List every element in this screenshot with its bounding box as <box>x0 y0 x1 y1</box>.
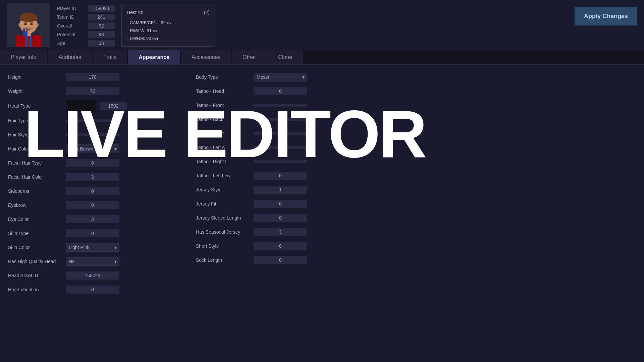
right-field-value-9: 0 <box>254 200 307 208</box>
left-field-row-15: Head Variation0 <box>8 284 182 295</box>
apply-changes-button[interactable]: Apply Changes <box>575 7 637 25</box>
svg-rect-3 <box>25 35 28 47</box>
right-field-label-1: Tattoo - Head <box>196 88 250 94</box>
left-field-label-7: Facial Hair Color <box>8 174 62 180</box>
svg-point-11 <box>36 23 39 27</box>
team-id-row: Team ID 241 <box>57 14 115 20</box>
right-field-value-8: 1 <box>254 186 307 194</box>
left-field-value-3 <box>66 119 119 122</box>
right-field-label-5: Tattoo - Left A <box>196 145 250 150</box>
right-field-label-12: Short Style <box>196 243 250 249</box>
potential-value: 93 <box>88 31 115 38</box>
right-field-row-0: Body TypeMessiLeanNormalStockyTall & Lea… <box>196 72 636 82</box>
left-field-label-3: Hair Type <box>8 118 62 123</box>
age-value: 33 <box>88 40 115 47</box>
right-field-label-7: Tattoo - Left Leg <box>196 173 250 178</box>
svg-rect-4 <box>29 35 32 47</box>
right-field-row-12: Short Style0 <box>196 241 636 251</box>
left-field-value-9: 0 <box>66 201 119 209</box>
left-field-row-3: Hair Type <box>8 115 182 126</box>
left-column: Height170Weight72Head Type1502Hair TypeH… <box>8 72 182 295</box>
right-field-label-6: Tattoo - Right L <box>196 159 250 164</box>
best-at-header: Best At: (?) <box>127 8 210 17</box>
left-select-wrapper-5: Dark BrownBlackBlondeBrownRed <box>66 144 119 153</box>
right-field-row-1: Tattoo - Head0 <box>196 86 636 97</box>
right-field-label-8: Jersey Style <box>196 187 250 192</box>
potential-label: Potential <box>57 32 84 37</box>
left-field-label-14: Head Asset ID <box>8 273 62 278</box>
tab-clone[interactable]: Clone <box>267 50 303 64</box>
left-field-label-1: Weight <box>8 88 62 94</box>
right-field-value-4 <box>254 132 307 135</box>
svg-rect-13 <box>23 29 25 31</box>
right-field-row-11: Has Seasonal Jersey3 <box>196 227 636 237</box>
right-field-value-10: 0 <box>254 214 307 222</box>
left-field-row-5: Hair ColorDark BrownBlackBlondeBrownRed <box>8 143 182 154</box>
age-label: Age <box>57 41 84 46</box>
page-wrapper: Player ID 158023 Team ID 241 Overall 92 … <box>0 0 644 302</box>
left-field-label-6: Facial Hair Type <box>8 160 62 166</box>
main-content: Height170Weight72Head Type1502Hair TypeH… <box>0 65 644 302</box>
left-select-13[interactable]: NoYes <box>66 257 119 266</box>
right-field-row-2: Tattoo - Front <box>196 100 636 111</box>
left-field-row-14: Head Asset ID158023 <box>8 270 182 281</box>
left-field-value-10: 3 <box>66 215 119 223</box>
left-field-row-7: Facial Hair Color3 <box>8 172 182 182</box>
svg-rect-14 <box>25 29 26 31</box>
right-field-row-10: Jersey Sleeve Length0 <box>196 213 636 223</box>
head-type-value: 1502 <box>100 102 127 110</box>
best-at-title: Best At: <box>127 8 143 17</box>
left-field-label-2: Head Type <box>8 103 62 109</box>
left-field-row-0: Height170 <box>8 72 182 82</box>
tab-attributes[interactable]: Attributes <box>48 50 92 64</box>
svg-point-8 <box>24 23 27 25</box>
left-field-row-9: Eyebrow0 <box>8 200 182 210</box>
overall-value: 92 <box>88 22 115 29</box>
tab-bar: Player InfoAttributesTraitsAppearanceAcc… <box>0 50 644 65</box>
left-select-wrapper-13: NoYes <box>66 257 119 266</box>
right-field-row-3: Tattoo - Back <box>196 114 636 125</box>
tab-appearance[interactable]: Appearance <box>128 50 180 64</box>
tab-accessories[interactable]: Accessories <box>181 50 231 64</box>
question-mark-icon[interactable]: (?) <box>204 8 210 17</box>
left-select-12[interactable]: Light PinkLightMediumDarkVery Dark <box>66 243 119 252</box>
player-id-row: Player ID 158023 <box>57 5 115 12</box>
right-field-label-4: Tattoo - Right <box>196 131 250 136</box>
tab-other[interactable]: Other <box>232 50 267 64</box>
head-type-preview <box>66 100 96 112</box>
svg-rect-2 <box>16 35 41 47</box>
right-field-value-7: 0 <box>254 172 307 180</box>
right-field-value-6 <box>254 160 307 163</box>
right-field-label-9: Jersey Fit <box>196 201 250 206</box>
left-field-value-4 <box>66 133 119 136</box>
svg-point-10 <box>18 23 21 27</box>
right-field-value-5 <box>254 146 307 149</box>
left-field-label-8: Sideburns <box>8 188 62 194</box>
player-id-label: Player ID <box>57 6 84 11</box>
right-field-row-8: Jersey Style1 <box>196 184 636 195</box>
left-field-value-15: 0 <box>66 286 119 294</box>
left-field-row-11: Skin Type0 <box>8 228 182 239</box>
left-field-row-13: Has High Quality HeadNoYes <box>8 256 182 267</box>
right-select-0[interactable]: MessiLeanNormalStockyTall & LeanTall & S… <box>254 73 307 81</box>
age-row: Age 33 <box>57 40 115 47</box>
left-field-label-5: Hair Color <box>8 146 62 152</box>
left-field-row-6: Facial Hair Type8 <box>8 158 182 168</box>
tab-player-info[interactable]: Player Info <box>0 50 47 64</box>
best-at-tooltip: Best At: (?) - CAM/RF/CF/...: 92 ovr - R… <box>121 4 215 47</box>
team-id-value: 241 <box>88 14 115 20</box>
left-field-row-1: Weight72 <box>8 86 182 97</box>
player-avatar <box>7 3 50 47</box>
player-id-value: 158023 <box>88 5 115 12</box>
right-field-label-2: Tattoo - Front <box>196 103 250 108</box>
tab-traits[interactable]: Traits <box>93 50 127 64</box>
left-field-value-1: 72 <box>66 87 119 95</box>
left-field-row-4: Hair Style <box>8 129 182 140</box>
left-field-label-0: Height <box>8 74 62 80</box>
left-field-label-12: Skin Color <box>8 245 62 250</box>
right-field-row-6: Tattoo - Right L <box>196 156 636 167</box>
left-field-row-8: Sideburns0 <box>8 186 182 196</box>
svg-point-9 <box>31 23 33 25</box>
left-select-5[interactable]: Dark BrownBlackBlondeBrownRed <box>66 144 119 153</box>
team-id-label: Team ID <box>57 14 84 20</box>
